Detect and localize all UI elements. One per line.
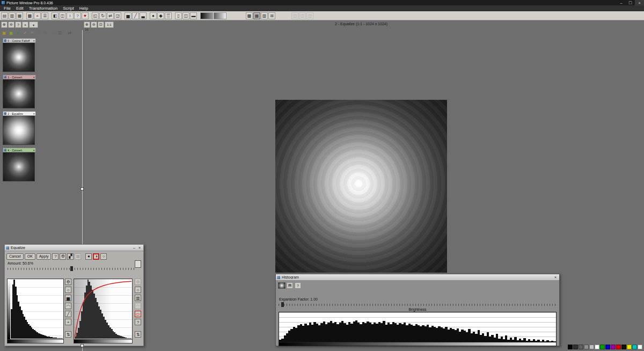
eq-settings2-button[interactable]: ⚙	[135, 279, 141, 285]
close-icon[interactable]: ×	[33, 149, 35, 152]
minimize-icon[interactable]: –	[131, 246, 137, 250]
texture-button[interactable]: ▒	[165, 12, 172, 19]
palette-swatch[interactable]	[595, 345, 599, 349]
preview-off-button[interactable]: ○	[100, 253, 107, 260]
cascade-windows-button[interactable]: ◧	[52, 12, 58, 19]
close-icon[interactable]: ×	[33, 76, 35, 79]
palette-swatch[interactable]	[632, 345, 637, 349]
mirror-button[interactable]: ⇄	[107, 12, 114, 19]
histogram-window-titlebar[interactable]: Histogram ×	[276, 274, 559, 281]
filter-lime-icon[interactable]: ▣	[8, 30, 14, 36]
menu-item-help[interactable]: Help	[77, 5, 91, 11]
palette-swatch[interactable]	[600, 345, 605, 349]
palette-swatch[interactable]	[579, 345, 583, 349]
view-grid-button[interactable]: ▦	[253, 12, 260, 19]
eq-circle2-button[interactable]: ○	[135, 287, 141, 293]
close-icon[interactable]: ×	[137, 246, 142, 250]
maximize-icon[interactable]: ▢	[626, 0, 635, 5]
palette-swatch[interactable]	[573, 345, 578, 349]
save-image-button[interactable]: ▦	[16, 12, 23, 19]
tree-node[interactable]	[80, 187, 84, 191]
eq-spin-button[interactable]: ⇅	[65, 331, 71, 338]
grid-button[interactable]: ▦	[75, 253, 81, 260]
eq-spin2-button[interactable]: ⇅	[135, 331, 141, 338]
eq-histogram-button[interactable]: ▅	[65, 295, 71, 301]
nav-next-button[interactable]: ◫	[306, 12, 313, 19]
apply-button[interactable]: Apply	[36, 253, 52, 260]
nav-mid-button[interactable]: ◫	[299, 12, 306, 19]
minimize-icon[interactable]: –	[617, 0, 626, 5]
menu-item-file[interactable]: File	[1, 5, 13, 11]
view-quad-button[interactable]: ⊞	[268, 12, 275, 19]
app-help-button[interactable]: ?	[74, 12, 81, 19]
zoom-fit-button[interactable]: ⊡	[98, 21, 104, 28]
eq-curve-button[interactable]: ◠	[65, 303, 71, 309]
gradient-light-button[interactable]	[214, 12, 226, 19]
close-icon[interactable]: ×	[33, 112, 35, 115]
settings-button[interactable]: ⚙	[60, 253, 66, 260]
layout-split-button[interactable]: ◫	[182, 12, 189, 19]
filter-yellow-icon[interactable]: ▣	[1, 30, 7, 36]
zoom-in-button[interactable]: ⊕	[84, 21, 90, 28]
thumbnail-image-2[interactable]	[3, 116, 35, 145]
histogram-tool-button[interactable]: ▃	[140, 12, 147, 19]
brush-button[interactable]: ◆	[157, 12, 164, 19]
eq-line-button[interactable]: ╱	[65, 311, 71, 317]
panel-help-button[interactable]: ?	[15, 21, 21, 28]
curves-button[interactable]: ╱	[132, 12, 139, 19]
zoom-out-button[interactable]: ⊖	[8, 21, 14, 28]
close-icon[interactable]: ×	[635, 0, 644, 5]
palette-swatch[interactable]	[611, 345, 616, 349]
thumbnail-image-1[interactable]	[3, 79, 35, 108]
palette-swatch[interactable]	[605, 345, 610, 349]
palette-swatch[interactable]	[638, 345, 642, 349]
rotate-button[interactable]: ↻	[99, 12, 106, 19]
thumbnail-header-0[interactable]: 0 - Cosine Falloff×	[3, 38, 36, 43]
gradient-dark-button[interactable]	[200, 12, 213, 19]
new-image-button[interactable]: ▤	[1, 12, 8, 19]
rows-icon[interactable]: ☰	[57, 30, 63, 36]
circle-b-icon[interactable]: ◎	[43, 30, 49, 36]
zoom-actual-button[interactable]: 1:1	[105, 21, 114, 28]
preview-split-button[interactable]: ◑	[93, 253, 99, 260]
delete-button[interactable]: ×	[34, 12, 41, 19]
current-image-icon[interactable]	[278, 282, 286, 289]
expansion-slider-thumb[interactable]	[281, 302, 284, 307]
menu-button[interactable]: ☰	[41, 12, 48, 19]
view-dots-button[interactable]: ▩	[246, 12, 253, 19]
flag-icon[interactable]: ⚑	[29, 30, 35, 36]
dialog-help-button[interactable]: ?	[52, 253, 58, 260]
thumbnail-image-3[interactable]	[3, 152, 35, 181]
eq-marker-button[interactable]: +	[65, 319, 71, 325]
favorites-button[interactable]: ♥	[82, 12, 89, 19]
clone-button[interactable]: ●	[150, 12, 157, 19]
menu-item-edit[interactable]: Edit	[13, 5, 26, 11]
cancel-button[interactable]: Cancel	[6, 253, 24, 260]
check-gray-icon[interactable]: ✓	[22, 30, 28, 36]
view-rows-button[interactable]: ▥	[261, 12, 268, 19]
open-image-button[interactable]: ▥	[9, 12, 16, 19]
eq-histogram2-button[interactable]: ▥	[135, 295, 141, 301]
zoom-out-button[interactable]: ⊖	[91, 21, 97, 28]
print-button[interactable]: ▩	[26, 12, 33, 19]
eq-red-marker-button[interactable]: ▭	[135, 311, 141, 317]
readout-dropdown[interactable]: ▾	[29, 21, 38, 28]
expansion-slider[interactable]	[279, 302, 558, 307]
tree-node[interactable]	[80, 344, 84, 347]
thumbnail-header-2[interactable]: 2 - Equalize×	[3, 111, 36, 116]
panel-close-button[interactable]: ×	[22, 21, 28, 28]
palette-swatch[interactable]	[621, 345, 626, 349]
palette-swatch[interactable]	[616, 345, 621, 349]
amount-slider[interactable]	[8, 266, 136, 271]
eq-settings-button[interactable]: ⚙	[65, 279, 71, 285]
layout-wide-button[interactable]: ▬	[190, 12, 197, 19]
zoom-in-button[interactable]: ⊕	[1, 21, 8, 28]
amount-slider-thumb[interactable]	[70, 266, 73, 271]
tile-windows-button[interactable]: ◫	[59, 12, 66, 19]
mask-button[interactable]: ▞	[67, 253, 74, 260]
thumbnail-header-1[interactable]: 1 - Convert×	[3, 75, 36, 79]
close-icon[interactable]: ×	[33, 39, 35, 42]
info-button[interactable]: i	[67, 12, 74, 19]
palette-swatch[interactable]	[584, 345, 589, 349]
amount-value-box[interactable]	[135, 260, 141, 268]
